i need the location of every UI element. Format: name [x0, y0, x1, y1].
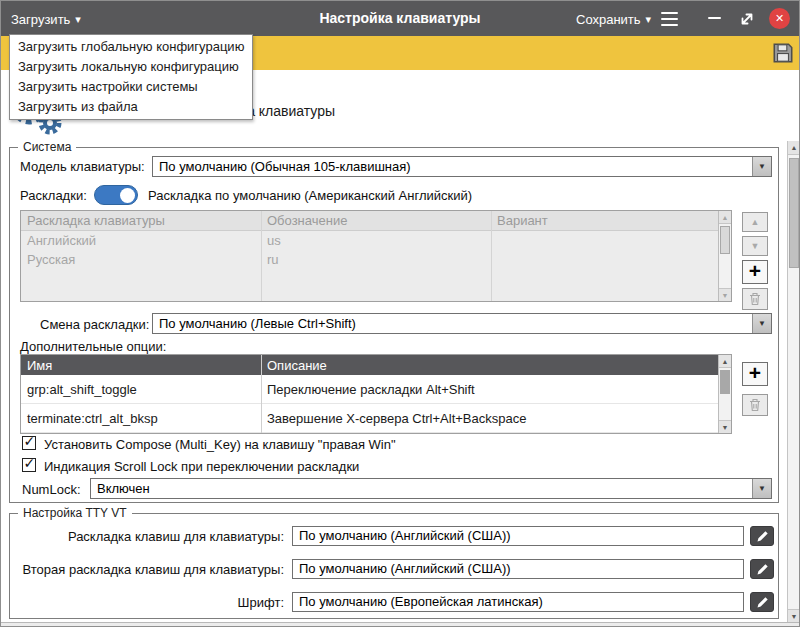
save-file-icon[interactable] [771, 41, 795, 65]
move-up-button[interactable] [742, 212, 768, 232]
layouts-table-body: Раскладка клавиатуры Обозначение Вариант… [21, 211, 718, 301]
add-layout-button[interactable] [742, 260, 768, 284]
table-row[interactable]: terminate:ctrl_alt_bksp Завершение X-сер… [21, 404, 718, 433]
table-row[interactable]: Английский us [21, 231, 718, 250]
tty-group-legend: Настройка TTY VT [18, 506, 132, 520]
menu-item-load-from-file[interactable]: Загрузить из файла [10, 97, 252, 117]
tty-group: Настройка TTY VT Раскладка клавиш для кл… [9, 513, 779, 619]
system-group-legend: Система [18, 140, 76, 154]
pencil-icon [756, 530, 769, 543]
options-table-body: Имя Описание grp:alt_shift_toggle Перекл… [21, 355, 718, 433]
tty-layout2-label: Вторая раскладка клавиш для клавиатуры: [14, 562, 284, 577]
table-row[interactable]: Русская ru [21, 250, 718, 269]
column-header-variant: Вариант [491, 213, 718, 228]
layouts-table: Раскладка клавиатуры Обозначение Вариант… [20, 210, 732, 302]
menu-item-load-system[interactable]: Загрузить настройки системы [10, 77, 252, 97]
scroll-down-icon[interactable] [719, 420, 731, 433]
tty-layout2-edit-button[interactable] [750, 559, 774, 579]
numlock-label: NumLock: [22, 482, 81, 497]
tty-layout-input[interactable]: По умолчанию (Английский (США)) [292, 526, 744, 546]
tty-font-edit-button[interactable] [750, 592, 774, 612]
chevron-down-icon [752, 479, 771, 498]
chevron-down-icon [752, 314, 771, 333]
scrolllock-checkbox[interactable] [22, 458, 36, 472]
column-divider [261, 355, 262, 433]
column-header-layout: Раскладка клавиатуры [21, 213, 261, 228]
scroll-up-icon[interactable] [719, 355, 731, 368]
keyboard-model-value: По умолчанию (Обычная 105-клавишная) [153, 157, 752, 176]
toggle-knob [120, 188, 135, 203]
compose-checkbox-label: Установить Compose (Multi_Key) на клавиш… [44, 437, 396, 452]
trash-icon [749, 398, 761, 412]
save-menu-button[interactable]: Сохранить [576, 9, 651, 29]
layout-switch-label: Смена раскладки: [40, 317, 149, 332]
move-down-button[interactable] [742, 236, 768, 256]
layouts-table-scrollbar[interactable] [718, 211, 731, 301]
cell-option-name: terminate:ctrl_alt_bksp [21, 411, 261, 426]
trash-icon [749, 292, 761, 306]
options-table-header: Имя Описание [21, 355, 718, 375]
pencil-icon [756, 596, 769, 609]
tty-layout-label: Раскладка клавиш для клавиатуры: [14, 529, 284, 544]
scrolllock-checkbox-label: Индикация Scroll Lock при переключении р… [44, 459, 359, 474]
layout-switch-select[interactable]: По умолчанию (Левые Ctrl+Shift) [152, 313, 772, 334]
column-header-code: Обозначение [261, 213, 491, 228]
scroll-down-icon[interactable] [719, 288, 731, 301]
layouts-label: Раскладки: [20, 188, 87, 203]
titlebar: Загрузить Настройка клавиатуры Сохранить [1, 1, 799, 36]
save-menu-button-label: Сохранить [576, 12, 641, 27]
hamburger-menu-icon[interactable] [661, 10, 683, 28]
cell-option-description: Переключение раскладки Alt+Shift [261, 382, 718, 397]
numlock-select[interactable]: Включен [90, 478, 772, 499]
cell-option-description: Завершение X-сервера Ctrl+Alt+Backspace [261, 411, 718, 426]
tty-layout-edit-button[interactable] [750, 526, 774, 546]
tty-font-input[interactable]: По умолчанию (Европейская латинская) [292, 592, 744, 612]
scroll-up-icon[interactable] [788, 141, 800, 155]
fullscreen-icon[interactable] [738, 10, 756, 28]
layouts-table-header: Раскладка клавиатуры Обозначение Вариант [21, 211, 718, 231]
pencil-icon [756, 563, 769, 576]
delete-option-button[interactable] [742, 394, 768, 416]
cell-layout: Русская [21, 252, 261, 267]
close-button[interactable] [769, 8, 790, 29]
add-option-button[interactable] [742, 362, 768, 386]
options-table-scrollbar[interactable] [718, 355, 731, 433]
system-group: Система Модель клавиатуры: По умолчанию … [9, 147, 779, 503]
scrollbar-thumb[interactable] [720, 226, 730, 254]
default-layout-toggle[interactable] [94, 185, 138, 205]
tty-font-label: Шрифт: [14, 595, 284, 610]
menu-item-load-global[interactable]: Загрузить глобальную конфигурацию [10, 37, 252, 57]
table-row[interactable]: grp:alt_shift_toggle Переключение раскла… [21, 375, 718, 404]
cell-code: us [261, 233, 491, 248]
cell-code: ru [261, 252, 491, 267]
options-table: Имя Описание grp:alt_shift_toggle Перекл… [20, 354, 732, 434]
scroll-up-icon[interactable] [719, 211, 731, 224]
page-scrollbar[interactable] [787, 141, 800, 623]
column-header-description: Описание [261, 358, 718, 373]
numlock-value: Включен [91, 479, 752, 498]
compose-checkbox[interactable] [22, 436, 36, 450]
tty-layout2-input[interactable]: По умолчанию (Английский (США)) [292, 559, 744, 579]
menu-item-load-local[interactable]: Загрузить локальную конфигурацию [10, 57, 252, 77]
keyboard-settings-window: Загрузить Настройка клавиатуры Сохранить [0, 0, 800, 627]
scrollbar-thumb[interactable] [720, 370, 730, 394]
bottom-bar [1, 622, 799, 627]
load-dropdown-menu: Загрузить глобальную конфигурацию Загруз… [9, 34, 253, 120]
scrollbar-thumb[interactable] [789, 158, 799, 268]
default-layout-toggle-label: Раскладка по умолчанию (Американский Анг… [148, 188, 472, 203]
scroll-down-icon[interactable] [788, 609, 800, 623]
layout-switch-value: По умолчанию (Левые Ctrl+Shift) [153, 314, 752, 333]
delete-layout-button[interactable] [742, 288, 768, 310]
column-divider [261, 211, 262, 301]
column-header-name: Имя [21, 358, 261, 373]
keyboard-model-label: Модель клавиатуры: [20, 159, 145, 174]
cell-layout: Английский [21, 233, 261, 248]
cell-option-name: grp:alt_shift_toggle [21, 382, 261, 397]
column-divider [491, 211, 492, 301]
options-label: Дополнительные опции: [20, 339, 166, 354]
minimize-button[interactable] [705, 9, 723, 27]
chevron-down-icon [752, 157, 771, 176]
keyboard-model-select[interactable]: По умолчанию (Обычная 105-клавишная) [152, 156, 772, 177]
